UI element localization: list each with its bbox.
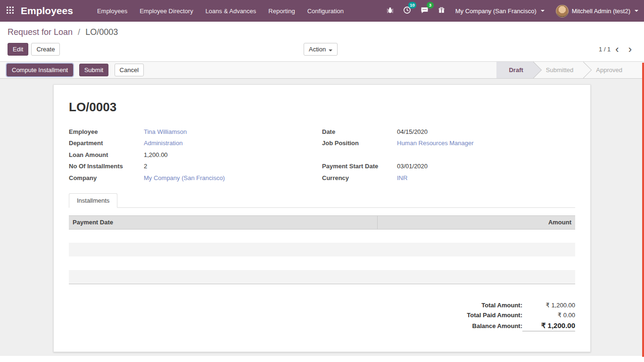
total-paid-amount-label: Total Paid Amount: [467,312,522,319]
payment-start-date-value: 03/01/2020 [397,163,428,170]
empty-cell [69,256,378,270]
field-label: Job Position [322,140,397,147]
column-header-amount[interactable]: Amount [378,215,575,229]
total-amount-value: ₹ 1,200.00 [522,302,575,309]
nav-item-employees[interactable]: Employees [91,0,133,22]
status-draft[interactable]: Draft [496,62,533,78]
field-currency: Currency INR [322,172,575,184]
total-paid-amount-row: Total Paid Amount: ₹ 0.00 [467,310,575,320]
top-navbar: Employees Employees Employee Directory L… [0,0,644,22]
current-app-name[interactable]: Employees [21,5,73,16]
empty-cell [69,270,378,284]
department-link[interactable]: Administration [144,140,182,147]
empty-cell [378,270,575,284]
job-position-link[interactable]: Human Resources Manager [397,140,474,147]
balance-amount-label: Balance Amount: [472,322,522,329]
balance-amount-row: Balance Amount: ₹ 1,200.00 [472,320,575,333]
notebook-tabs: Installments [69,193,575,208]
company-link[interactable]: My Company (San Francisco) [144,174,225,181]
activities-button[interactable]: 10 [398,0,416,22]
empty-cell [378,256,575,270]
compute-installment-button[interactable]: Compute Installment [7,64,73,76]
form-sheet: LO/0003 Employee Tina Williamson Departm… [53,84,591,352]
totals-block: Total Amount: ₹ 1,200.00 Total Paid Amou… [69,300,575,333]
statusbar-buttons: Compute Installment Submit Cancel [7,64,145,76]
bug-icon [387,7,394,16]
nav-item-loans-advances[interactable]: Loans & Advances [199,0,263,22]
nav-item-reporting[interactable]: Reporting [262,0,301,22]
loan-amount-value: 1,200.00 [144,151,168,158]
statusbar: Compute Installment Submit Cancel Draft … [0,61,644,79]
tab-installments[interactable]: Installments [69,193,117,208]
field-label: Date [322,128,397,135]
empty-cell [69,229,378,243]
nav-item-employee-directory[interactable]: Employee Directory [133,0,199,22]
field-label: Employee [69,128,144,135]
total-amount-label: Total Amount: [481,302,522,309]
field-date: Date 04/15/2020 [322,126,575,138]
messages-button[interactable]: 3 [416,0,433,22]
installments-count-value: 2 [144,163,147,170]
submit-button[interactable]: Submit [79,64,108,76]
caret-down-icon [541,10,545,12]
field-department: Department Administration [69,138,322,149]
field-loan-amount: Loan Amount 1,200.00 [69,149,322,161]
user-menu[interactable]: Mitchell Admin (test2) [550,0,644,22]
field-label: Department [69,140,144,147]
field-job-position: Job Position Human Resources Manager [322,138,575,149]
empty-cell [378,243,575,256]
installments-empty-row [69,243,575,256]
field-company: Company My Company (San Francisco) [69,172,322,184]
currency-link[interactable]: INR [397,174,407,181]
nav-item-configuration[interactable]: Configuration [301,0,350,22]
apps-menu-button[interactable] [0,0,20,22]
field-employee: Employee Tina Williamson [69,126,322,138]
edit-button[interactable]: Edit [8,43,28,56]
debug-mode-button[interactable] [382,0,398,22]
empty-cell [69,243,378,256]
field-installments-count: No Of Installments 2 [69,161,322,173]
apps-grid-icon [7,7,14,16]
activity-count-badge: 10 [408,2,416,8]
breadcrumb-parent-link[interactable]: Request for Loan [8,27,73,37]
pager-previous-button[interactable]: ‹ [611,44,623,55]
systray: 10 3 [382,0,644,22]
total-amount-row: Total Amount: ₹ 1,200.00 [481,300,575,310]
company-switcher[interactable]: My Company (San Francisco) [450,0,550,22]
message-count-badge: 3 [427,2,434,8]
user-avatar [556,5,569,17]
pager-counter: 1 / 1 [599,46,611,53]
odoo-screen: Employees Employees Employee Directory L… [0,0,644,362]
breadcrumb-separator: / [78,27,80,37]
total-paid-amount-value: ₹ 0.00 [522,312,575,319]
right-edge-scrollbar[interactable] [642,63,644,357]
empty-cell [378,229,575,243]
record-title: LO/0003 [69,100,575,115]
pager-next-button[interactable]: › [624,44,636,55]
form-view-background: LO/0003 Employee Tina Williamson Departm… [0,79,644,356]
gift-button[interactable] [433,0,450,22]
field-label: Company [69,174,144,181]
field-group: Employee Tina Williamson Department Admi… [69,126,575,184]
cancel-button[interactable]: Cancel [115,64,144,76]
table-header-row: Payment Date Amount [69,215,575,229]
field-label: Currency [322,174,397,181]
action-dropdown-button[interactable]: Action [304,43,338,56]
field-label: No Of Installments [69,163,144,170]
installments-empty-row [69,256,575,270]
employee-link[interactable]: Tina Williamson [144,128,187,135]
installments-empty-row [69,270,575,284]
date-value: 04/15/2020 [397,128,428,135]
field-column-right: Date 04/15/2020 Job Position Human Resou… [322,126,575,184]
installments-table: Payment Date Amount [69,215,575,284]
pager: 1 / 1 ‹ › [599,44,636,55]
breadcrumb: Request for Loan / LO/0003 [8,27,636,37]
field-label: Loan Amount [69,151,144,158]
app-menu: Employees Employee Directory Loans & Adv… [91,0,350,22]
field-column-left: Employee Tina Williamson Department Admi… [69,126,322,184]
column-header-payment-date[interactable]: Payment Date [69,215,378,229]
control-panel: Request for Loan / LO/0003 Edit Create A… [0,22,644,61]
company-name: My Company (San Francisco) [455,8,537,15]
control-buttons-row: Edit Create Action 1 / 1 ‹ › [8,43,636,56]
create-button[interactable]: Create [31,43,60,56]
